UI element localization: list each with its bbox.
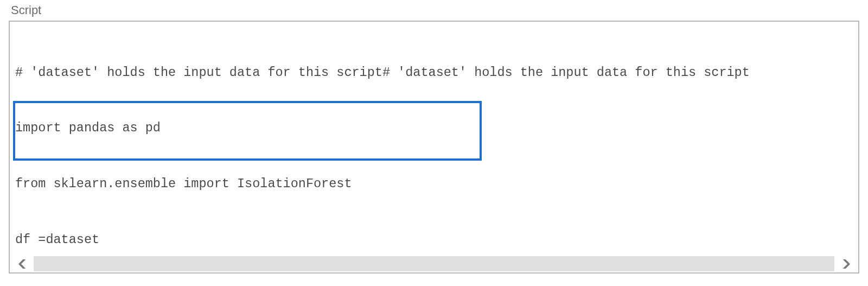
horizontal-scrollbar[interactable] (11, 256, 857, 271)
code-line: import pandas as pd (15, 119, 854, 137)
script-label: Script (11, 3, 859, 17)
chevron-right-icon (841, 259, 851, 269)
scroll-track[interactable] (34, 256, 834, 271)
chevron-left-icon (18, 259, 27, 269)
code-line: # 'dataset' holds the input data for thi… (15, 63, 854, 82)
code-line: from sklearn.ensemble import IsolationFo… (15, 175, 854, 193)
scroll-right-button[interactable] (834, 256, 857, 271)
code-area[interactable]: # 'dataset' holds the input data for thi… (10, 22, 858, 256)
script-editor[interactable]: # 'dataset' holds the input data for thi… (9, 21, 859, 274)
scroll-left-button[interactable] (11, 256, 34, 271)
code-line: df =dataset (15, 231, 854, 249)
